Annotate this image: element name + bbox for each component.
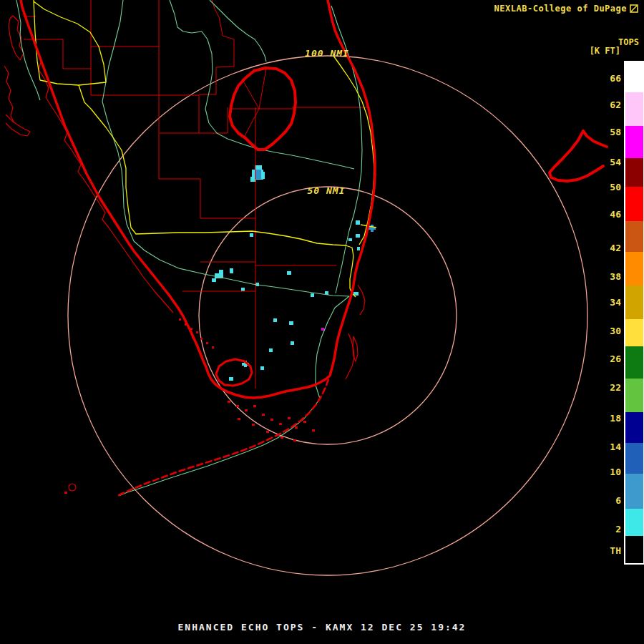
legend-units: [K FT] — [590, 46, 620, 56]
legend-band — [625, 286, 643, 319]
legend-label-30: 30 — [594, 326, 621, 336]
legend-label-6: 6 — [594, 496, 621, 506]
legend-band — [625, 252, 643, 286]
mainland-coast — [21, 0, 375, 398]
coastline — [21, 0, 607, 495]
range-rings — [68, 56, 587, 575]
coastal-detail-lines — [4, 16, 365, 491]
legend-label-54: 54 — [594, 157, 621, 167]
site-title: NEXLAB-College of DuPage — [494, 4, 627, 14]
legend-band — [625, 536, 643, 563]
roads-green — [16, 0, 362, 496]
legend-label-14: 14 — [594, 442, 621, 452]
legend-band — [625, 412, 643, 443]
legend-band — [625, 158, 643, 187]
legend-label-46: 46 — [594, 210, 621, 220]
legend-label-50: 50 — [594, 182, 621, 192]
legend-label-10: 10 — [594, 467, 621, 477]
legend-band — [625, 474, 643, 509]
legend-band — [625, 346, 643, 379]
legend-band — [625, 509, 643, 536]
legend-band — [625, 187, 643, 221]
legend-label-34: 34 — [594, 298, 621, 308]
legend-band — [625, 221, 643, 252]
legend-color-bar — [624, 61, 644, 565]
legend-title: TOPS — [618, 37, 639, 47]
legend-band — [625, 443, 643, 474]
legend-label-58: 58 — [594, 127, 621, 137]
product-caption: ENHANCED ECHO TOPS - KAMX 12 DEC 25 19:4… — [0, 622, 644, 633]
legend-band — [625, 319, 643, 346]
legend-label-38: 38 — [594, 272, 621, 282]
legend-band — [625, 92, 643, 126]
legend-band — [625, 62, 643, 92]
grand-bahama-island-south — [550, 131, 603, 181]
legend-label-22: 22 — [594, 383, 621, 393]
box-diagonal-icon — [630, 4, 638, 13]
radar-display: 100 NMI 50 NMI NEXLAB-College of DuPage … — [0, 0, 644, 644]
legend-label-66: 66 — [594, 74, 621, 84]
legend-label-62: 62 — [594, 100, 621, 110]
legend-band — [625, 379, 643, 412]
inner-ring-label: 50 NMI — [303, 185, 350, 196]
legend-label-42: 42 — [594, 243, 621, 253]
roads-yellow — [34, 0, 376, 297]
legend-label-26: 26 — [594, 354, 621, 364]
legend-label-TH: TH — [594, 546, 621, 556]
legend-label-18: 18 — [594, 414, 621, 424]
legend-band — [625, 126, 643, 158]
legend-label-2: 2 — [594, 525, 621, 535]
whitewater-bay — [216, 359, 252, 386]
base-map — [0, 0, 644, 644]
outer-ring-label: 100 NMI — [298, 48, 356, 59]
header: NEXLAB-College of DuPage — [494, 4, 638, 14]
florida-keys — [119, 377, 329, 495]
